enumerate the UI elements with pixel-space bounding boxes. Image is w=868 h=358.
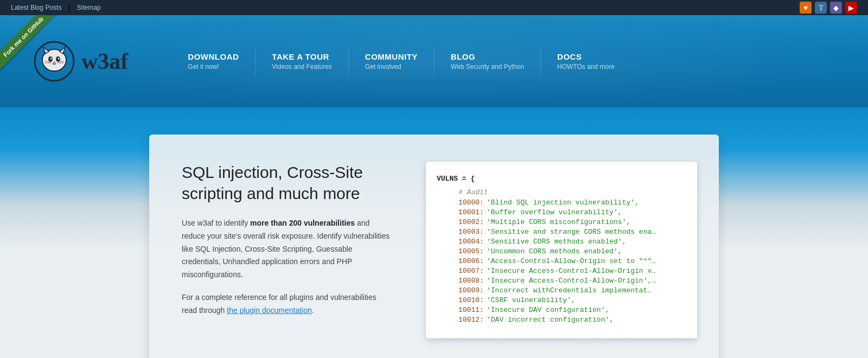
nav-tour[interactable]: TAKE A TOUR Videos and Features (256, 47, 349, 76)
code-num-5: 10005: (458, 247, 487, 255)
nav-docs[interactable]: DOCS HOWTOs and more (541, 47, 631, 76)
nav-docs-title: DOCS (557, 52, 615, 61)
nav-blog[interactable]: BLOG Web Security and Python (435, 47, 541, 76)
latest-blog-link[interactable]: Latest Blog Posts (11, 4, 61, 11)
header: Fork me on GitHub w3af (0, 15, 868, 107)
github-ribbon[interactable]: Fork me on GitHub (0, 15, 71, 86)
code-line-7: 10007: 'Insecure Access-Control-Allow-Or… (437, 267, 686, 275)
code-line-5: 10005: 'Uncommon CORS methods enabled', (437, 247, 686, 255)
code-num-12: 10012: (458, 316, 487, 324)
code-val-8: 'Insecure Access-Control-Allow-Origin',… (487, 277, 656, 285)
nav-tour-sub: Videos and Features (272, 63, 332, 71)
nav-download-title: DOWNLOAD (188, 52, 239, 61)
topbar-links: Latest Blog Posts | Sitemap (11, 3, 101, 12)
code-num-4: 10004: (458, 238, 487, 246)
nav-community[interactable]: COMMUNITY Get involved (349, 47, 435, 76)
code-num-6: 10006: (458, 257, 487, 265)
code-num-9: 10009: (458, 286, 487, 295)
instagram-icon[interactable]: ◆ (830, 2, 842, 14)
code-num-7: 10007: (458, 267, 487, 275)
code-val-6: 'Access-Control-Allow-Origin set to "*"… (487, 257, 656, 265)
twitter-icon[interactable]: 𝕋 (815, 2, 827, 14)
main-content: SQL injection, Cross-Site scripting and … (0, 107, 868, 358)
nav-docs-sub: HOWTOs and more (557, 63, 615, 71)
hero-para1-prefix: Use w3af to identify (182, 219, 250, 227)
code-line-0: 10000: 'Blind SQL injection vulnerabilit… (437, 199, 686, 207)
youtube-icon[interactable]: ▶ (845, 2, 857, 14)
hero-para2-suffix: . (312, 306, 314, 315)
logo-text: w3af (81, 48, 128, 74)
sitemap-link[interactable]: Sitemap (77, 4, 101, 11)
code-val-11: 'Insecure DAV configuration', (487, 306, 609, 314)
main-nav: DOWNLOAD Get it now! TAKE A TOUR Videos … (171, 47, 631, 76)
code-line-2: 10002: 'Multiple CORS misconfigurations'… (437, 218, 686, 226)
nav-blog-sub: Web Security and Python (451, 63, 524, 71)
nav-tour-title: TAKE A TOUR (272, 52, 332, 61)
code-line-1: 10001: 'Buffer overflow vulnerability', (437, 208, 686, 216)
code-num-11: 10011: (458, 306, 487, 314)
topbar-divider: | (68, 3, 70, 12)
nav-download-sub: Get it now! (188, 63, 239, 71)
code-line-11: 10011: 'Insecure DAV configuration', (437, 306, 686, 314)
code-val-7: 'Insecure Access-Control-Allow-Origin v… (487, 267, 656, 275)
code-val-3: 'Sensitive and strange CORS methods ena… (487, 228, 656, 236)
code-line-9: 10009: 'Incorrect withCredentials implem… (437, 286, 686, 295)
code-header: VULNS = { (437, 175, 686, 183)
topbar: Latest Blog Posts | Sitemap ♥ 𝕋 ◆ ▶ (0, 0, 868, 15)
code-num-10: 10010: (458, 296, 487, 304)
code-line-8: 10008: 'Insecure Access-Control-Allow-Or… (437, 277, 686, 285)
code-val-5: 'Uncommon CORS methods enabled', (487, 247, 622, 255)
code-num-8: 10008: (458, 277, 487, 285)
hero-para1: Use w3af to identify more than 200 vulne… (182, 217, 393, 282)
code-val-9: 'Incorrect withCredentials implementat… (487, 286, 652, 295)
code-line-6: 10006: 'Access-Control-Allow-Origin set … (437, 257, 686, 265)
code-val-4: 'Sensitive CORS methods enabled', (487, 238, 626, 246)
code-line-10: 10010: 'CSRF vulnerability', (437, 296, 686, 304)
nav-community-title: COMMUNITY (365, 52, 418, 61)
text-section: SQL injection, Cross-Site scripting and … (182, 162, 404, 338)
code-line-4: 10004: 'Sensitive CORS methods enabled', (437, 238, 686, 246)
nav-community-sub: Get involved (365, 63, 418, 71)
code-num-2: 10002: (458, 218, 487, 226)
plugin-doc-link[interactable]: the plugin documentation (227, 306, 311, 315)
code-num-1: 10001: (458, 208, 487, 216)
code-block: VULNS = { # Audit 10000: 'Blind SQL inje… (426, 162, 697, 338)
hero-para2: For a complete reference for all plugins… (182, 291, 393, 317)
code-num-3: 10003: (458, 228, 487, 236)
code-val-0: 'Blind SQL injection vulnerability', (487, 199, 639, 207)
nav-download[interactable]: DOWNLOAD Get it now! (171, 47, 256, 76)
code-val-1: 'Buffer overflow vulnerability', (487, 208, 622, 216)
content-card: SQL injection, Cross-Site scripting and … (149, 135, 719, 358)
hero-para1-suffix: and reduce your site's overall risk expo… (182, 219, 390, 279)
code-line-12: 10012: 'DAV incorrect configuration', (437, 316, 686, 324)
hero-para1-bold: more than 200 vulnerabilities (250, 219, 355, 227)
rss-icon[interactable]: ♥ (800, 2, 812, 14)
github-ribbon-label[interactable]: Fork me on GitHub (0, 15, 57, 71)
topbar-icons: ♥ 𝕋 ◆ ▶ (800, 2, 857, 14)
nav-blog-title: BLOG (451, 52, 524, 61)
code-val-10: 'CSRF vulnerability', (487, 296, 576, 304)
hero-heading: SQL injection, Cross-Site scripting and … (182, 162, 393, 204)
code-val-2: 'Multiple CORS misconfigurations', (487, 218, 630, 226)
code-num-0: 10000: (458, 199, 487, 207)
code-comment: # Audit (458, 188, 686, 196)
code-line-3: 10003: 'Sensitive and strange CORS metho… (437, 228, 686, 236)
code-val-12: 'DAV incorrect configuration', (487, 316, 614, 324)
